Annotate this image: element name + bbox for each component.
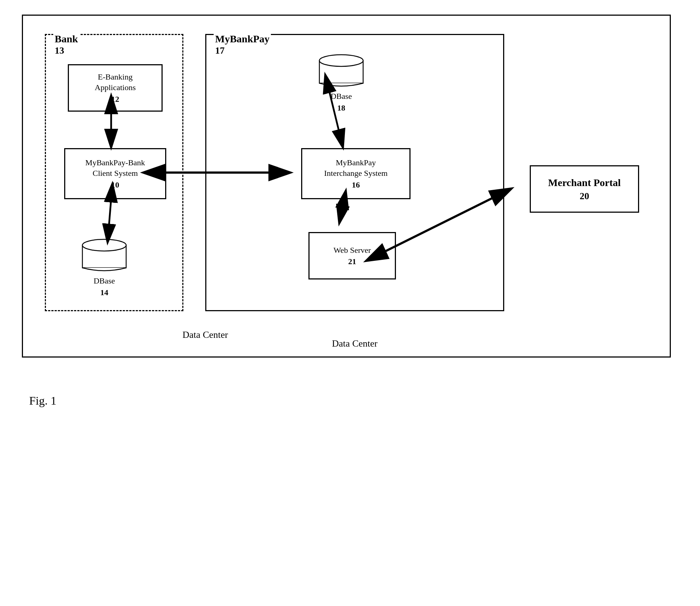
mybankpay-label: MyBankPay (214, 33, 271, 45)
ebanking-box: E-BankingApplications 12 (68, 64, 163, 112)
bank-label: Bank (53, 33, 79, 45)
dbase14-label: DBase 14 (94, 276, 115, 297)
dbase18-svg (316, 53, 367, 90)
bank-box: Bank 13 E-BankingApplications 12 MyBankP… (45, 34, 183, 311)
webserver-box: Web Server 21 (308, 232, 396, 279)
figure-label: Fig. 1 (29, 394, 57, 408)
merchant-portal-box: Merchant Portal 20 (530, 165, 639, 213)
merchant-title: Merchant Portal (548, 176, 621, 189)
svg-point-3 (319, 55, 363, 66)
diagram-outer-box: Bank 13 E-BankingApplications 12 MyBankP… (22, 15, 671, 358)
merchant-number: 20 (580, 191, 589, 202)
mybankpay-box: MyBankPay 17 DBase 18 MyBankPayInterchan… (205, 34, 504, 311)
webserver-number: 21 (348, 257, 356, 266)
ebanking-title: E-BankingApplications (95, 72, 136, 93)
dbase18-label: DBase 18 (331, 91, 352, 113)
client-number: 10 (111, 180, 119, 190)
bank-number: 13 (55, 45, 64, 56)
webserver-title: Web Server (334, 245, 371, 256)
mybankpay-number: 17 (215, 45, 225, 56)
dbase14-cylinder: DBase 14 (79, 238, 130, 297)
dbase18-cylinder: DBase 18 (316, 53, 367, 113)
client-system-box: MyBankPay-BankClient System 10 (64, 148, 166, 199)
client-title: MyBankPay-BankClient System (85, 158, 145, 178)
ebanking-number: 12 (111, 94, 119, 104)
interchange-number: 16 (352, 180, 360, 190)
diagram-inner: Bank 13 E-BankingApplications 12 MyBankP… (34, 27, 659, 344)
dbase14-svg (79, 238, 130, 274)
datacenter-label-display: Data Center (205, 338, 504, 349)
interchange-title: MyBankPayInterchange System (324, 158, 388, 178)
interchange-box: MyBankPayInterchange System 16 (301, 148, 411, 199)
svg-point-1 (82, 239, 126, 251)
